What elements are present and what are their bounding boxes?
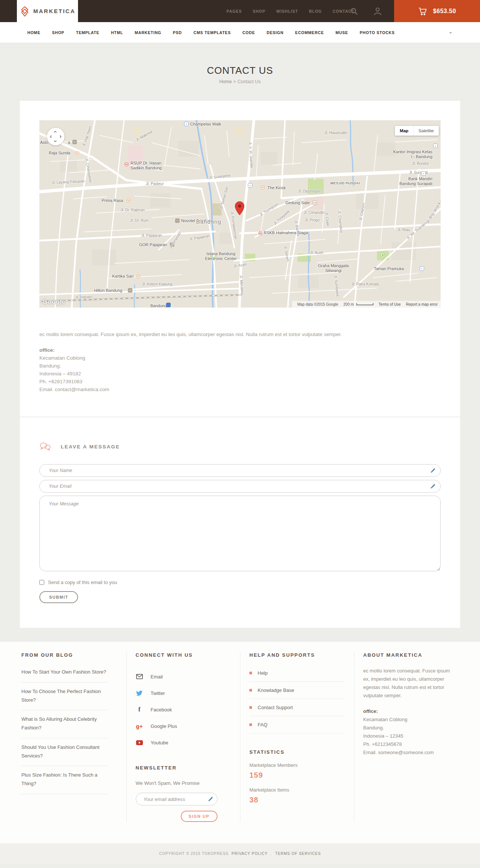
contact-card: Jl. Haji YasinJl. MakmurChampelas Walk▪J… (20, 101, 460, 417)
social-link-twitter[interactable]: Twitter (136, 685, 231, 701)
header-nav-item[interactable]: SHOP (253, 9, 266, 13)
send-copy-checkbox[interactable] (39, 580, 44, 585)
social-link-youtube[interactable]: Youtube (136, 734, 231, 751)
pan-left-icon[interactable]: ‹ (50, 133, 52, 139)
category-nav-item[interactable]: PSD (173, 30, 182, 35)
map-scale-bar (356, 303, 374, 305)
social-link-google-plus[interactable]: g+ Google Plus (136, 718, 231, 734)
help-link[interactable]: Knowladge Base (249, 682, 345, 699)
page-head: CONTACT US Home>Contact Us (0, 43, 480, 84)
copyright-dot: . (271, 852, 272, 856)
help-link[interactable]: FAQ (249, 716, 345, 734)
help-link[interactable]: Contact Support (249, 699, 345, 716)
map-attribution: Map data ©2015 Google 200 m Terms of Use… (292, 301, 441, 308)
google-watermark: Google (42, 298, 66, 306)
newsletter-email-input[interactable] (136, 793, 218, 805)
signup-row: SIGN UP (136, 805, 218, 822)
breadcrumb-home-link[interactable]: Home (219, 79, 232, 84)
map-type-satellite-button[interactable]: Satellite (413, 126, 439, 136)
chevron-down-icon[interactable]: › (448, 32, 453, 33)
about-heading: ABOUT MARKETICA (363, 652, 459, 658)
blog-post-link[interactable]: Should You Use Fashion Consultant Servic… (21, 738, 108, 766)
map-marker-pin[interactable] (235, 201, 244, 217)
search-icon[interactable] (350, 0, 358, 22)
category-nav-item[interactable]: CODE (242, 30, 255, 35)
help-link-label: Contact Support (258, 705, 293, 710)
map-scale: 200 m (344, 302, 374, 306)
report-map-error-link[interactable]: Report a map error (406, 302, 438, 306)
brand-logo[interactable]: MARKETICA (17, 0, 78, 22)
user-account-icon[interactable] (374, 0, 382, 22)
office-address: office: Kecamatan CoblongBandung.Indones… (39, 346, 441, 393)
social-link-email[interactable]: Email (136, 668, 231, 685)
connect-heading: CONNECT WITH US (136, 652, 231, 658)
category-nav-item[interactable]: DESIGN (267, 30, 284, 35)
form-heading: LEAVE A MESSAGE (61, 444, 120, 450)
header-nav-item[interactable]: PAGES (226, 9, 242, 13)
blog-post-link[interactable]: What is So Alluring About Celebrity Fash… (21, 710, 108, 738)
social-links: Email Twitter f Facebook g+ Google Plus (136, 668, 231, 751)
header-nav-item[interactable]: WISHLIST (276, 9, 298, 13)
statistic-label: Marketplace Members (249, 762, 345, 768)
newsletter-field-wrap (136, 793, 218, 805)
pen-icon (207, 796, 213, 804)
header-nav-item[interactable]: BLOG (309, 9, 322, 13)
signup-button[interactable]: SIGN UP (181, 811, 218, 822)
help-link[interactable]: Help (249, 665, 345, 682)
pan-up-icon[interactable]: ‹ (52, 131, 58, 133)
copyright-bar: COPYRIGHT © 2015 TOKOPRESS PRIVACY POLIC… (0, 843, 480, 864)
blog-post-link[interactable]: How To Choose The Perfect Fashion Store? (21, 683, 108, 711)
google-map[interactable]: Jl. Haji YasinJl. MakmurChampelas Walk▪J… (39, 120, 441, 308)
pan-down-icon[interactable]: › (52, 140, 58, 142)
twitter-icon (136, 690, 143, 696)
category-nav-item[interactable]: TEMPLATE (76, 30, 99, 35)
pan-right-icon[interactable]: › (60, 133, 62, 139)
terms-of-services-link[interactable]: TERMS OF SERVICES (275, 852, 321, 856)
about-office-line: Kecamatan Coblong (363, 716, 459, 724)
category-nav-item[interactable]: PHOTO STOCKS (360, 30, 394, 35)
category-nav-item[interactable]: SHOP (52, 30, 64, 35)
bullet-icon (249, 723, 252, 726)
map-type-control: Map Satellite (395, 126, 439, 136)
bullet-icon (249, 689, 252, 692)
page-title: CONTACT US (0, 65, 480, 76)
office-address-line: Indonesia – 49182 (39, 370, 441, 378)
category-nav-item[interactable]: ECOMMERCE (295, 30, 324, 35)
office-address-line: Ph. +62817391083 (39, 378, 441, 385)
category-nav-item[interactable]: MUSE (336, 30, 348, 35)
cart-button[interactable]: $653.50 (394, 0, 480, 22)
map-pan-control[interactable]: ‹ › ‹ › (47, 128, 64, 145)
blog-post-link[interactable]: How To Start Your Own Fashion Store? (21, 663, 108, 683)
about-office-line: Ph. +6212345678 (363, 740, 459, 748)
footer-blog-column: FROM OUR BLOG How To Start Your Own Fash… (12, 652, 126, 822)
social-label: Facebook (151, 707, 172, 713)
footer-connect-column: CONNECT WITH US Email Twitter f Facebo (126, 652, 240, 822)
category-nav-item[interactable]: MARKETING (135, 30, 161, 35)
message-textarea[interactable] (39, 496, 441, 571)
category-nav-item[interactable]: CMS TEMPLATES (194, 30, 231, 35)
footer-help-column: HELP AND SUPPORTS Help Knowladge Base Co… (240, 652, 354, 822)
about-office-heading: office: (363, 707, 459, 716)
help-link-label: FAQ (258, 722, 267, 728)
email-input[interactable] (39, 480, 441, 493)
map-scale-label: 200 m (344, 302, 354, 306)
message-form-card: LEAVE A MESSAGE Send a copy of this emai… (20, 417, 460, 628)
map-type-map-button[interactable]: Map (395, 126, 413, 136)
about-office-address: office: Kecamatan CoblongBandung.Indones… (363, 707, 459, 757)
pen-icon (429, 483, 435, 491)
terms-of-use-link[interactable]: Terms of Use (379, 302, 401, 306)
help-link-label: Knowladge Base (258, 687, 294, 693)
send-copy-label: Send a copy of this email to you (48, 580, 117, 585)
statistic-item: Marketplace Items 38 (249, 787, 345, 804)
privacy-policy-link[interactable]: PRIVACY POLICY (232, 852, 268, 856)
page-footer: FROM OUR BLOG How To Start Your Own Fash… (0, 642, 480, 864)
statistic-value: 159 (249, 771, 345, 780)
submit-button[interactable]: SUBMIT (39, 591, 78, 603)
social-label: Email (151, 674, 163, 680)
footer-columns: FROM OUR BLOG How To Start Your Own Fash… (12, 642, 468, 843)
category-nav-item[interactable]: HTML (111, 30, 123, 35)
social-link-facebook[interactable]: f Facebook (136, 701, 231, 718)
blog-post-link[interactable]: Plus Size Fashion: Is There Such a Thing… (21, 766, 108, 794)
category-nav-item[interactable]: HOME (27, 30, 40, 35)
name-input[interactable] (39, 464, 441, 477)
